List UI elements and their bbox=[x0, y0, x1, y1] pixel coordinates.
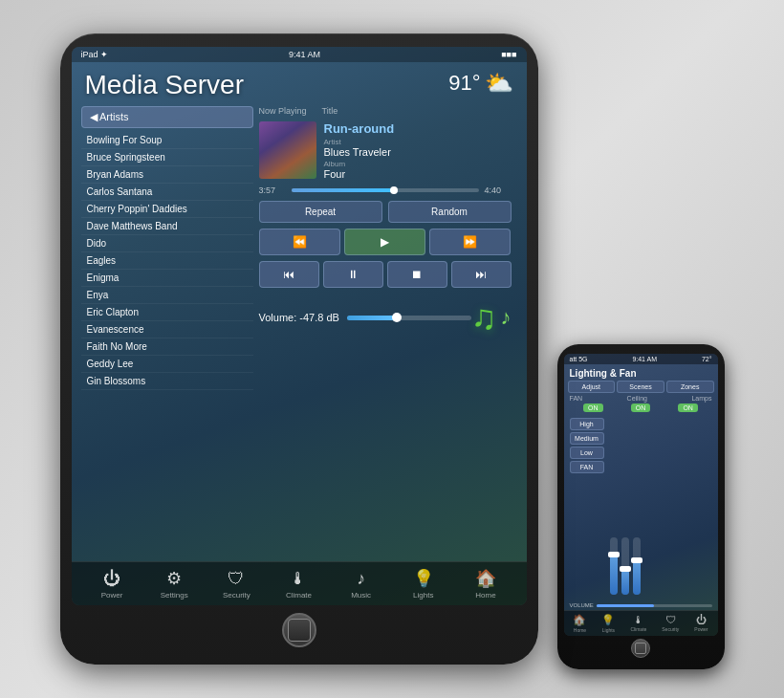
list-item[interactable]: Bruce Springsteen bbox=[81, 149, 253, 166]
scene: iPad ✦ 9:41 AM ■■■ Media Server 91° ⛅ ◀ … bbox=[0, 0, 784, 698]
fast-forward-button[interactable]: ⏩ bbox=[429, 229, 511, 255]
slider-2-fill bbox=[621, 569, 629, 595]
tablet-home-button[interactable] bbox=[282, 613, 316, 647]
progress-bar[interactable] bbox=[292, 188, 479, 192]
fan-on-button[interactable]: ON bbox=[583, 404, 603, 412]
fan-col-header: FAN bbox=[570, 395, 583, 402]
list-item[interactable]: Gin Blossoms bbox=[81, 373, 253, 390]
tablet: iPad ✦ 9:41 AM ■■■ Media Server 91° ⛅ ◀ … bbox=[60, 33, 538, 665]
weather-icon: ⛅ bbox=[485, 70, 513, 97]
nav-item-music[interactable]: ♪ Music bbox=[340, 569, 382, 600]
list-item[interactable]: Eric Clapton bbox=[81, 304, 253, 321]
slider-2[interactable] bbox=[621, 537, 629, 595]
track-artist: Blues Traveler bbox=[324, 146, 512, 158]
list-item[interactable]: Enya bbox=[81, 287, 253, 304]
repeat-button[interactable]: Repeat bbox=[259, 201, 382, 223]
list-item[interactable]: Enigma bbox=[81, 270, 253, 287]
music-note-icon: ♫ bbox=[471, 297, 497, 338]
phone-nav-lights[interactable]: 💡 Lights bbox=[601, 614, 615, 633]
list-item[interactable]: Dido bbox=[81, 235, 253, 252]
phone-nav-label-climate: Climate bbox=[630, 626, 646, 632]
list-item[interactable]: Evanescence bbox=[81, 321, 253, 338]
status-left: iPad ✦ bbox=[81, 50, 109, 59]
tab-scenes[interactable]: Scenes bbox=[617, 381, 664, 393]
volume-thumb bbox=[392, 313, 402, 322]
nav-item-home[interactable]: 🏠 Home bbox=[465, 568, 507, 600]
nav-label-security: Security bbox=[223, 591, 250, 600]
tablet-header: Media Server 91° ⛅ bbox=[72, 62, 527, 106]
nav-item-climate[interactable]: 🌡 Climate bbox=[277, 569, 319, 600]
phone-nav-security[interactable]: 🛡 Security bbox=[662, 614, 679, 633]
stop-button[interactable]: ⏹ bbox=[387, 261, 447, 288]
label-artist: Artist bbox=[324, 138, 512, 146]
track-title: Run-around bbox=[324, 121, 512, 136]
artists-panel: ◀ Artists Bowling For Soup Bruce Springs… bbox=[81, 106, 253, 554]
list-item[interactable]: Faith No More bbox=[81, 338, 253, 356]
slider-3[interactable] bbox=[633, 537, 641, 595]
list-item[interactable]: Cherry Poppin' Daddies bbox=[81, 201, 253, 218]
rewind-button[interactable]: ⏪ bbox=[259, 229, 340, 255]
list-item[interactable]: Geddy Lee bbox=[81, 356, 253, 373]
next-button[interactable]: ⏭ bbox=[451, 261, 512, 288]
album-art bbox=[259, 121, 316, 179]
phone-volume-bar[interactable] bbox=[597, 604, 712, 607]
tab-zones[interactable]: Zones bbox=[666, 381, 714, 393]
slider-1-thumb bbox=[608, 552, 620, 557]
list-item[interactable]: Eagles bbox=[81, 252, 253, 270]
slider-3-thumb bbox=[631, 557, 642, 563]
repeat-random-row: Repeat Random bbox=[259, 201, 512, 223]
nav-label-climate: Climate bbox=[286, 591, 312, 600]
slider-1[interactable] bbox=[610, 537, 618, 595]
nav-item-security[interactable]: 🛡 Security bbox=[215, 569, 257, 600]
track-album: Four bbox=[324, 168, 512, 180]
artists-list: Bowling For Soup Bruce Springsteen Bryan… bbox=[81, 132, 253, 390]
list-item[interactable]: Carlos Santana bbox=[81, 184, 253, 201]
play-button[interactable]: ▶ bbox=[344, 229, 425, 255]
phone-status-bar: att 5G 9:41 AM 72° bbox=[564, 354, 718, 364]
tab-adjust[interactable]: Adjust bbox=[568, 381, 616, 393]
progress-thumb bbox=[390, 186, 398, 194]
volume-bar[interactable] bbox=[347, 316, 471, 320]
pause-button[interactable]: ⏸ bbox=[323, 261, 383, 288]
on-off-row: ON ON ON bbox=[570, 404, 712, 412]
label-now-playing: Now Playing bbox=[259, 106, 307, 116]
phone-nav-home[interactable]: 🏠 Home bbox=[573, 614, 586, 633]
phone-nav-label-home: Home bbox=[574, 627, 586, 633]
phone-home-icon: 🏠 bbox=[573, 614, 586, 626]
home-button-inner bbox=[288, 619, 311, 642]
ceiling-on-button[interactable]: ON bbox=[631, 404, 651, 412]
nav-item-lights[interactable]: 💡 Lights bbox=[403, 568, 445, 600]
phone-nav-power[interactable]: ⏻ Power bbox=[694, 614, 708, 633]
volume-label: VOLUME bbox=[570, 602, 594, 608]
lamps-on-button[interactable]: ON bbox=[678, 404, 698, 412]
nowplaying-panel: Now Playing Title Run-around Artist Blue… bbox=[253, 106, 517, 554]
controls-header-row: FAN Ceiling Lamps bbox=[570, 395, 712, 402]
phone-home-button[interactable] bbox=[631, 639, 650, 658]
fan-button[interactable]: FAN bbox=[570, 461, 604, 473]
volume-row: Volume: -47.8 dB bbox=[259, 312, 471, 323]
nav-item-settings[interactable]: ⚙ Settings bbox=[153, 568, 195, 600]
phone: att 5G 9:41 AM 72° Lighting & Fan Adjust… bbox=[557, 344, 725, 669]
slider-1-fill bbox=[610, 555, 618, 595]
phone-tabs: Adjust Scenes Zones bbox=[564, 381, 718, 393]
speed-buttons: High Medium Low FAN bbox=[570, 418, 604, 599]
random-button[interactable]: Random bbox=[388, 201, 512, 223]
artists-header[interactable]: ◀ Artists bbox=[81, 106, 253, 128]
transport-row-2: ⏮ ⏸ ⏹ ⏭ bbox=[259, 261, 512, 288]
medium-button[interactable]: Medium bbox=[570, 432, 604, 445]
tablet-nav: ⏻ Power ⚙ Settings 🛡 Security 🌡 Climate … bbox=[72, 561, 527, 605]
low-button[interactable]: Low bbox=[570, 447, 604, 459]
page-title: Media Server bbox=[85, 70, 245, 100]
time-total: 4:40 bbox=[485, 185, 512, 195]
high-button[interactable]: High bbox=[570, 418, 604, 430]
nav-item-power[interactable]: ⏻ Power bbox=[91, 569, 133, 600]
phone-status-left: att 5G bbox=[570, 356, 588, 362]
list-item[interactable]: Bowling For Soup bbox=[81, 132, 253, 149]
shield-icon: 🛡 bbox=[228, 569, 245, 589]
list-item[interactable]: Dave Matthews Band bbox=[81, 218, 253, 235]
phone-nav-climate[interactable]: 🌡 Climate bbox=[630, 614, 646, 633]
list-item[interactable]: Bryan Adams bbox=[81, 166, 253, 184]
time-current: 3:57 bbox=[259, 185, 286, 195]
prev-button[interactable]: ⏮ bbox=[259, 261, 319, 288]
tablet-status-bar: iPad ✦ 9:41 AM ■■■ bbox=[72, 47, 527, 62]
